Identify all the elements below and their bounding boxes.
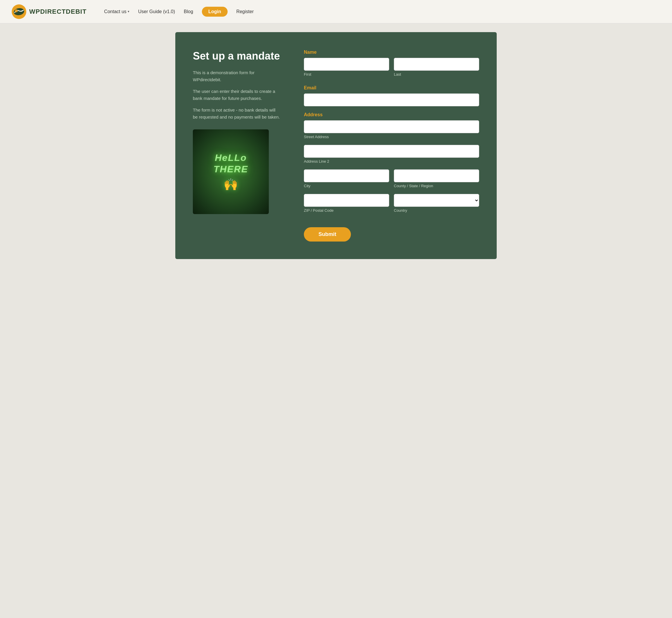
zip-input[interactable] bbox=[304, 194, 389, 207]
city-label: City bbox=[304, 184, 389, 188]
name-section: Name First Last bbox=[304, 49, 479, 82]
email-group: Email bbox=[304, 85, 479, 106]
street-label: Street Address bbox=[304, 135, 479, 139]
nav-user-guide[interactable]: User Guide (v1.0) bbox=[138, 9, 175, 14]
nav-register[interactable]: Register bbox=[236, 9, 254, 14]
mandate-desc-1: This is a demonstration form for WPdirec… bbox=[193, 69, 281, 83]
zip-label: ZIP / Postal Code bbox=[304, 208, 389, 213]
address-section: Address Street Address Address Line 2 Ci… bbox=[304, 112, 479, 218]
zip-group: ZIP / Postal Code bbox=[304, 194, 389, 213]
mandate-form: Name First Last Email bbox=[304, 49, 479, 241]
country-group: United Kingdom United States Australia C… bbox=[394, 194, 479, 213]
hello-there-bg: HeLLo THERE 🙌 bbox=[193, 129, 269, 214]
first-name-input[interactable] bbox=[304, 58, 389, 71]
mandate-desc-2: The user can enter their details to crea… bbox=[193, 88, 281, 102]
county-label: County / State / Region bbox=[394, 184, 479, 188]
logo-link[interactable]: WPDIRECTDEBIT bbox=[12, 4, 87, 19]
site-header: WPDIRECTDEBIT Contact us ▾ User Guide (v… bbox=[0, 0, 672, 23]
city-input[interactable] bbox=[304, 170, 389, 182]
last-name-group: Last bbox=[394, 58, 479, 77]
chevron-down-icon: ▾ bbox=[128, 10, 129, 13]
svg-point-2 bbox=[15, 9, 18, 12]
content-card: Set up a mandate This is a demonstration… bbox=[175, 32, 497, 259]
address2-group: Address Line 2 bbox=[304, 145, 479, 164]
login-button[interactable]: Login bbox=[202, 7, 227, 17]
street-input[interactable] bbox=[304, 120, 479, 133]
email-label: Email bbox=[304, 85, 479, 91]
email-input[interactable] bbox=[304, 93, 479, 106]
last-label: Last bbox=[394, 72, 479, 77]
hands-icon: 🙌 bbox=[223, 178, 238, 191]
name-row: First Last bbox=[304, 58, 479, 82]
name-label: Name bbox=[304, 49, 479, 55]
first-label: First bbox=[304, 72, 389, 77]
county-input[interactable] bbox=[394, 170, 479, 182]
zip-country-row: ZIP / Postal Code United Kingdom United … bbox=[304, 194, 479, 218]
mandate-desc-3: The form is not active - no bank details… bbox=[193, 107, 281, 121]
page-body: Set up a mandate This is a demonstration… bbox=[0, 23, 672, 618]
city-group: City bbox=[304, 170, 389, 188]
address2-input[interactable] bbox=[304, 145, 479, 158]
city-county-row: City County / State / Region bbox=[304, 170, 479, 194]
submit-button[interactable]: Submit bbox=[304, 227, 351, 241]
main-nav: Contact us ▾ User Guide (v1.0) Blog Logi… bbox=[104, 7, 254, 17]
street-group: Street Address bbox=[304, 120, 479, 139]
address2-label: Address Line 2 bbox=[304, 159, 479, 164]
first-name-group: First bbox=[304, 58, 389, 77]
mandate-title: Set up a mandate bbox=[193, 49, 281, 62]
last-name-input[interactable] bbox=[394, 58, 479, 71]
country-select[interactable]: United Kingdom United States Australia C… bbox=[394, 194, 479, 207]
nav-blog[interactable]: Blog bbox=[184, 9, 193, 14]
country-label: Country bbox=[394, 208, 479, 213]
logo-icon bbox=[12, 4, 26, 19]
logo-text: WPDIRECTDEBIT bbox=[29, 8, 87, 15]
county-group: County / State / Region bbox=[394, 170, 479, 188]
left-panel: Set up a mandate This is a demonstration… bbox=[193, 49, 281, 214]
hello-there-text: HeLLo THERE bbox=[214, 152, 248, 175]
nav-contact[interactable]: Contact us ▾ bbox=[104, 9, 129, 14]
hello-there-image: HeLLo THERE 🙌 bbox=[193, 129, 269, 214]
address-label: Address bbox=[304, 112, 479, 117]
